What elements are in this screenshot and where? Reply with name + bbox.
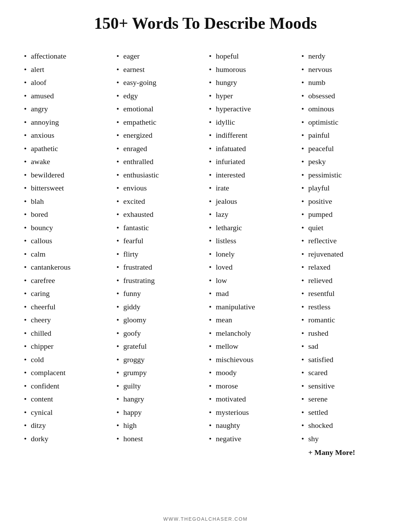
list-item: painful xyxy=(301,129,387,142)
list-item: lethargic xyxy=(209,221,295,235)
list-item: groggy xyxy=(116,353,202,367)
list-item: easy-going xyxy=(116,76,202,89)
list-item: infatuated xyxy=(209,142,295,156)
list-item: listless xyxy=(209,234,295,248)
list-item: angry xyxy=(24,102,110,116)
column-1: affectionatealertaloofamusedangryannoyin… xyxy=(21,50,113,445)
list-item: edgy xyxy=(116,89,202,103)
list-item: frustrating xyxy=(116,274,202,287)
list-item: humorous xyxy=(209,63,295,76)
list-item: grumpy xyxy=(116,366,202,380)
list-item: numb xyxy=(301,76,387,89)
list-item: rejuvenated xyxy=(301,248,387,261)
list-item: mad xyxy=(209,287,295,300)
list-item: bittersweet xyxy=(24,182,110,195)
list-item: shy xyxy=(301,432,387,446)
list-item: pesky xyxy=(301,155,387,169)
list-item: emotional xyxy=(116,102,202,116)
list-item: caring xyxy=(24,287,110,300)
list-item: cheery xyxy=(24,313,110,327)
list-item: dorky xyxy=(24,432,110,446)
list-item: envious xyxy=(116,182,202,195)
word-list-1: affectionatealertaloofamusedangryannoyin… xyxy=(24,50,110,445)
list-item: infuriated xyxy=(209,155,295,169)
list-item: cold xyxy=(24,353,110,367)
list-item: energized xyxy=(116,129,202,142)
list-item: obsessed xyxy=(301,89,387,103)
list-item: restless xyxy=(301,300,387,314)
list-item: bored xyxy=(24,208,110,221)
list-item: hangry xyxy=(116,393,202,406)
list-item: high xyxy=(116,419,202,432)
list-item: chipper xyxy=(24,340,110,353)
list-item: melancholy xyxy=(209,327,295,340)
list-item: bouncy xyxy=(24,221,110,235)
list-item: pumped xyxy=(301,208,387,221)
list-item: satisfied xyxy=(301,353,387,367)
list-item: shocked xyxy=(301,419,387,432)
column-4: nerdynervousnumbobsessedominousoptimisti… xyxy=(298,50,390,459)
list-item: morose xyxy=(209,380,295,393)
list-item: lonely xyxy=(209,248,295,261)
list-item: enthusiastic xyxy=(116,169,202,182)
list-item: motivated xyxy=(209,393,295,406)
list-item: apathetic xyxy=(24,142,110,156)
list-item: manipulative xyxy=(209,300,295,314)
page-title: 150+ Words To Describe Moods xyxy=(94,14,317,33)
list-item: negative xyxy=(209,432,295,446)
list-item: scared xyxy=(301,366,387,380)
list-item: frustrated xyxy=(116,261,202,274)
list-item: hopeful xyxy=(209,50,295,63)
list-item: mellow xyxy=(209,340,295,353)
extra-note: + Many More! xyxy=(301,446,387,459)
list-item: fearful xyxy=(116,234,202,248)
column-3: hopefulhumoroushungryhyperhyperactiveidy… xyxy=(206,50,298,445)
list-item: relieved xyxy=(301,274,387,287)
list-item: positive xyxy=(301,195,387,208)
list-item: low xyxy=(209,274,295,287)
list-item: cheerful xyxy=(24,300,110,314)
list-item: serene xyxy=(301,393,387,406)
list-item: hyperactive xyxy=(209,102,295,116)
list-item: pessimistic xyxy=(301,169,387,182)
word-list-3: hopefulhumoroushungryhyperhyperactiveidy… xyxy=(209,50,295,445)
list-item: happy xyxy=(116,406,202,419)
list-item: annoying xyxy=(24,116,110,129)
list-item: mysterious xyxy=(209,406,295,419)
list-item: jealous xyxy=(209,195,295,208)
list-item: quiet xyxy=(301,221,387,235)
list-item: alert xyxy=(24,63,110,76)
list-item: anxious xyxy=(24,129,110,142)
list-item: complacent xyxy=(24,366,110,380)
list-item: excited xyxy=(116,195,202,208)
list-item: hyper xyxy=(209,89,295,103)
list-item: aloof xyxy=(24,76,110,89)
list-item: optimistic xyxy=(301,116,387,129)
list-item: naughty xyxy=(209,419,295,432)
list-item: relaxed xyxy=(301,261,387,274)
word-list-2: eagerearnesteasy-goingedgyemotionalempat… xyxy=(116,50,202,445)
list-item: chilled xyxy=(24,327,110,340)
list-item: moody xyxy=(209,366,295,380)
list-item: cynical xyxy=(24,406,110,419)
list-item: resentful xyxy=(301,287,387,300)
list-item: mean xyxy=(209,313,295,327)
list-item: guilty xyxy=(116,380,202,393)
list-item: flirty xyxy=(116,248,202,261)
list-item: enraged xyxy=(116,142,202,156)
list-item: eager xyxy=(116,50,202,63)
list-item: irate xyxy=(209,182,295,195)
list-item: honest xyxy=(116,432,202,446)
list-item: fantastic xyxy=(116,221,202,235)
footer-url: WWW.THEGOALCHASER.COM xyxy=(21,516,390,522)
list-item: rushed xyxy=(301,327,387,340)
list-item: hungry xyxy=(209,76,295,89)
word-list-4: nerdynervousnumbobsessedominousoptimisti… xyxy=(301,50,387,445)
list-item: reflective xyxy=(301,234,387,248)
list-item: affectionate xyxy=(24,50,110,63)
word-columns: affectionatealertaloofamusedangryannoyin… xyxy=(21,50,390,503)
list-item: loved xyxy=(209,261,295,274)
list-item: goofy xyxy=(116,327,202,340)
list-item: calm xyxy=(24,248,110,261)
list-item: bewildered xyxy=(24,169,110,182)
